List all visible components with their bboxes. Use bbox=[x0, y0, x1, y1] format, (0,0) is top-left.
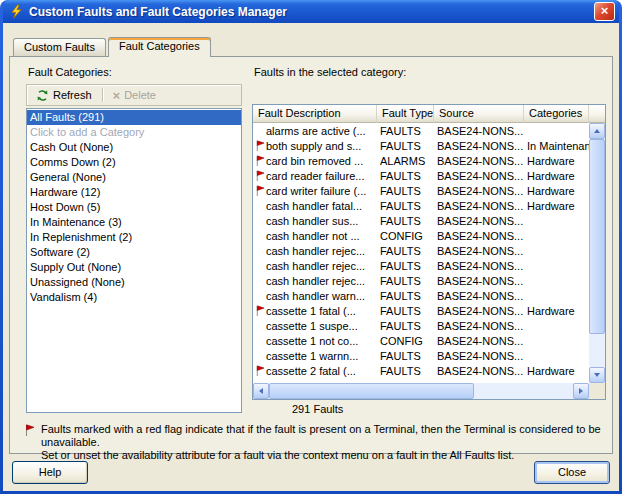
categories-cell: Hardware bbox=[524, 200, 589, 212]
categories-toolbar: Refresh × Delete bbox=[26, 84, 242, 106]
fault-description-cell: cash handler rejec... bbox=[266, 275, 377, 287]
category-list-item[interactable]: Comms Down (2) bbox=[27, 155, 241, 170]
category-label: Click to add a Category bbox=[30, 126, 144, 138]
scroll-left-button[interactable] bbox=[253, 383, 269, 399]
table-row[interactable]: cassette 1 suspe... FAULTS BASE24-NONS..… bbox=[253, 318, 589, 333]
toolbar-separator bbox=[102, 88, 103, 102]
table-row[interactable]: cassette 2 fatal (... FAULTS BASE24-NONS… bbox=[253, 363, 589, 378]
categories-section: Fault Categories: Ref bbox=[26, 65, 242, 415]
category-list-item[interactable]: Vandalism (4) bbox=[27, 290, 241, 305]
category-list[interactable]: All Faults (291)Click to add a CategoryC… bbox=[26, 108, 242, 413]
category-list-item[interactable]: Cash Out (None) bbox=[27, 140, 241, 155]
category-list-item[interactable]: All Faults (291) bbox=[27, 110, 241, 125]
fault-type-cell: FAULTS bbox=[377, 290, 434, 302]
horizontal-scroll-thumb[interactable] bbox=[269, 383, 474, 399]
help-button[interactable]: Help bbox=[12, 461, 88, 484]
fault-type-cell: CONFIG bbox=[377, 335, 434, 347]
scroll-right-button[interactable] bbox=[573, 383, 589, 399]
category-label: Hardware (12) bbox=[30, 186, 100, 198]
table-row[interactable]: card bin removed ... ALARMS BASE24-NONS.… bbox=[253, 153, 589, 168]
category-list-item[interactable]: Software (2) bbox=[27, 245, 241, 260]
fault-description-cell: card writer failure (... bbox=[266, 185, 377, 197]
fault-description-cell: cassette 1 suspe... bbox=[266, 320, 377, 332]
red-flag-icon bbox=[253, 140, 266, 152]
arrow-down-icon bbox=[594, 373, 600, 377]
scroll-up-button[interactable] bbox=[589, 123, 605, 139]
source-cell: BASE24-NONS... bbox=[434, 155, 524, 167]
table-row[interactable]: card writer failure (... FAULTS BASE24-N… bbox=[253, 183, 589, 198]
category-label: In Replenishment (2) bbox=[30, 231, 132, 243]
category-list-item[interactable]: Host Down (5) bbox=[27, 200, 241, 215]
category-list-item[interactable]: General (None) bbox=[27, 170, 241, 185]
fault-type-cell: FAULTS bbox=[377, 245, 434, 257]
table-row[interactable]: cash handler warn... FAULTS BASE24-NONS.… bbox=[253, 288, 589, 303]
category-list-item[interactable]: Hardware (12) bbox=[27, 185, 241, 200]
column-header-fault-description[interactable]: Fault Description bbox=[253, 105, 377, 123]
footnote-text: Faults marked with a red flag indicate t… bbox=[41, 423, 606, 462]
delete-button[interactable]: × Delete bbox=[106, 87, 163, 103]
table-row[interactable]: cash handler rejec... FAULTS BASE24-NONS… bbox=[253, 258, 589, 273]
red-flag-icon bbox=[253, 155, 266, 167]
table-row[interactable]: card reader failure... FAULTS BASE24-NON… bbox=[253, 168, 589, 183]
fault-type-cell: FAULTS bbox=[377, 125, 434, 137]
vertical-scrollbar[interactable] bbox=[589, 123, 605, 383]
dialog-body: Custom Faults Fault Categories Fault Cat… bbox=[3, 23, 619, 491]
faults-label: Faults in the selected category: bbox=[254, 66, 606, 80]
table-row[interactable]: alarms are active (... FAULTS BASE24-NON… bbox=[253, 123, 589, 138]
footnote: Faults marked with a red flag indicate t… bbox=[24, 423, 606, 462]
category-list-item[interactable]: In Replenishment (2) bbox=[27, 230, 241, 245]
fault-count-label: 291 Faults bbox=[292, 403, 606, 415]
fault-type-cell: FAULTS bbox=[377, 140, 434, 152]
close-button[interactable]: Close bbox=[534, 461, 610, 484]
column-header-fault-type[interactable]: Fault Type bbox=[377, 105, 434, 123]
column-header-source[interactable]: Source bbox=[434, 105, 524, 123]
table-row[interactable]: cassette 1 fatal (... FAULTS BASE24-NONS… bbox=[253, 303, 589, 318]
fault-description-cell: card reader failure... bbox=[266, 170, 377, 182]
category-label: Cash Out (None) bbox=[30, 141, 113, 153]
delete-label: Delete bbox=[124, 89, 156, 101]
table-row[interactable]: cash handler fatal... FAULTS BASE24-NONS… bbox=[253, 198, 589, 213]
scroll-down-button[interactable] bbox=[589, 367, 605, 383]
fault-description-cell: cash handler rejec... bbox=[266, 260, 377, 272]
table-row[interactable]: cash handler sus... FAULTS BASE24-NONS..… bbox=[253, 213, 589, 228]
source-cell: BASE24-NONS... bbox=[434, 215, 524, 227]
fault-description-cell: cassette 1 not co... bbox=[266, 335, 377, 347]
category-label: Supply Out (None) bbox=[30, 261, 121, 273]
tab-custom-faults[interactable]: Custom Faults bbox=[13, 38, 106, 56]
faults-section: Faults in the selected category: Fault D… bbox=[252, 65, 606, 415]
vertical-scroll-thumb[interactable] bbox=[589, 139, 605, 334]
arrow-right-icon bbox=[579, 388, 583, 394]
fault-description-cell: cassette 2 fatal (... bbox=[266, 365, 377, 377]
fault-type-cell: FAULTS bbox=[377, 185, 434, 197]
table-row[interactable]: both supply and s... FAULTS BASE24-NONS.… bbox=[253, 138, 589, 153]
red-flag-icon bbox=[253, 185, 266, 197]
close-window-button[interactable]: × bbox=[594, 2, 615, 21]
table-row[interactable]: cash handler not ... CONFIG BASE24-NONS.… bbox=[253, 228, 589, 243]
tab-fault-categories[interactable]: Fault Categories bbox=[108, 37, 211, 57]
column-header-categories[interactable]: Categories bbox=[524, 105, 589, 123]
red-flag-icon bbox=[24, 424, 35, 437]
categories-cell: Hardware bbox=[524, 185, 589, 197]
red-flag-icon bbox=[253, 305, 266, 317]
table-row[interactable]: cassette 1 not co... CONFIG BASE24-NONS.… bbox=[253, 333, 589, 348]
category-label: In Maintenance (3) bbox=[30, 216, 122, 228]
fault-type-cell: FAULTS bbox=[377, 350, 434, 362]
horizontal-scrollbar[interactable] bbox=[253, 383, 589, 399]
faults-table-header: Fault Description Fault Type Source Cate… bbox=[253, 105, 605, 123]
fault-type-cell: FAULTS bbox=[377, 275, 434, 287]
table-row[interactable]: cash handler rejec... FAULTS BASE24-NONS… bbox=[253, 273, 589, 288]
source-cell: BASE24-NONS... bbox=[434, 260, 524, 272]
category-list-item[interactable]: Supply Out (None) bbox=[27, 260, 241, 275]
category-list-item[interactable]: Unassigned (None) bbox=[27, 275, 241, 290]
category-list-item[interactable]: Click to add a Category bbox=[27, 125, 241, 140]
refresh-button[interactable]: Refresh bbox=[29, 87, 99, 104]
table-row[interactable]: cassette 1 warnn... FAULTS BASE24-NONS..… bbox=[253, 348, 589, 363]
source-cell: BASE24-NONS... bbox=[434, 185, 524, 197]
fault-description-cell: cassette 1 warnn... bbox=[266, 350, 377, 362]
table-row[interactable]: cash handler rejec... FAULTS BASE24-NONS… bbox=[253, 243, 589, 258]
category-list-item[interactable]: In Maintenance (3) bbox=[27, 215, 241, 230]
fault-type-cell: FAULTS bbox=[377, 320, 434, 332]
dialog-window: Custom Faults and Fault Categories Manag… bbox=[0, 0, 622, 494]
category-label: Unassigned (None) bbox=[30, 276, 125, 288]
source-cell: BASE24-NONS... bbox=[434, 200, 524, 212]
